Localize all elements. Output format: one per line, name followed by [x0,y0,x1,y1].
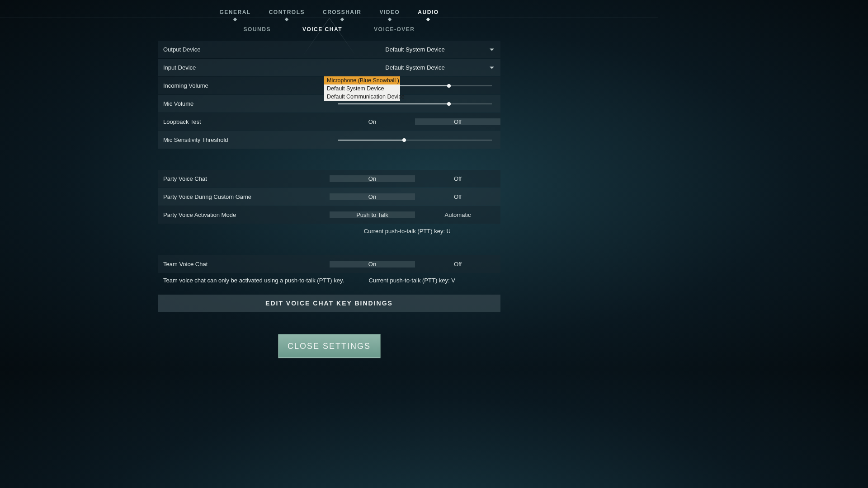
party-activation-auto[interactable]: Automatic [415,211,500,218]
team-voice-on[interactable]: On [330,261,415,267]
close-settings-button[interactable]: CLOSE SETTINGS [278,334,380,358]
output-device-label: Output Device [158,46,330,53]
settings-panel: Output Device Default System Device Inpu… [158,41,500,358]
tab-general[interactable]: GENERAL [219,9,250,15]
chevron-down-icon [490,48,494,51]
row-loopback: Loopback Test On Off [158,113,500,131]
chevron-down-icon [490,66,494,69]
mic-sensitivity-label: Mic Sensitivity Threshold [158,136,330,143]
mic-volume-slider[interactable] [338,103,492,104]
output-device-value: Default System Device [330,46,500,53]
edit-key-bindings-button[interactable]: EDIT VOICE CHAT KEY BINDINGS [158,295,500,312]
input-device-value: Default System Device [330,64,500,71]
team-voice-hints: Team voice chat can only be activated us… [158,273,500,286]
team-hint-right: Current push-to-talk (PTT) key: V [369,277,455,284]
mic-volume-label: Mic Volume [158,100,330,107]
tab-crosshair[interactable]: CROSSHAIR [323,9,362,15]
slider-thumb[interactable] [402,138,406,142]
row-input-device: Input Device Default System Device Micro… [158,59,500,76]
loopback-label: Loopback Test [158,118,330,125]
row-team-voice: Team Voice Chat On Off [158,255,500,273]
subtab-voice-over[interactable]: VOICE-OVER [374,26,415,33]
row-party-custom: Party Voice During Custom Game On Off [158,188,500,206]
tab-controls[interactable]: CONTROLS [269,9,305,15]
loopback-off[interactable]: Off [415,118,500,125]
tab-audio[interactable]: AUDIO [418,9,439,15]
party-voice-off[interactable]: Off [415,175,500,182]
subtab-voice-chat[interactable]: VOICE CHAT [302,26,342,33]
output-device-dropdown[interactable]: Default System Device [330,41,500,58]
team-hint-left: Team voice chat can only be activated us… [163,277,344,284]
party-custom-label: Party Voice During Custom Game [158,193,330,200]
input-device-dropdown[interactable]: Default System Device Microphone (Blue S… [330,59,500,76]
row-mic-sensitivity: Mic Sensitivity Threshold [158,131,500,149]
party-custom-off[interactable]: Off [415,193,500,200]
row-party-voice: Party Voice Chat On Off [158,170,500,188]
party-voice-on[interactable]: On [330,175,415,182]
party-custom-on[interactable]: On [330,193,415,200]
sub-tabs: SOUNDS VOICE CHAT VOICE-OVER [0,18,658,41]
dropdown-option-default-comm[interactable]: Default Communication Device [324,93,400,101]
tab-video[interactable]: VIDEO [380,9,400,15]
team-voice-off[interactable]: Off [415,261,500,267]
input-device-dropdown-list: Microphone (Blue Snowball ) Default Syst… [324,76,400,101]
dropdown-option-default-system[interactable]: Default System Device [324,84,400,93]
incoming-volume-label: Incoming Volume [158,82,330,89]
party-activation-label: Party Voice Activation Mode [158,211,330,218]
team-voice-label: Team Voice Chat [158,261,330,267]
party-ptt-hint: Current push-to-talk (PTT) key: U [158,224,500,236]
input-device-label: Input Device [158,64,330,71]
mic-sensitivity-slider[interactable] [338,140,492,141]
dropdown-option-blue-snowball[interactable]: Microphone (Blue Snowball ) [324,76,400,84]
subtab-sounds[interactable]: SOUNDS [244,26,271,33]
main-tabs: GENERAL CONTROLS CROSSHAIR VIDEO AUDIO [0,0,658,18]
slider-thumb[interactable] [447,84,451,88]
row-party-activation: Party Voice Activation Mode Push to Talk… [158,206,500,224]
row-output-device: Output Device Default System Device [158,41,500,58]
loopback-on[interactable]: On [330,118,415,125]
slider-thumb[interactable] [447,102,451,106]
party-voice-label: Party Voice Chat [158,175,330,182]
party-activation-ptt[interactable]: Push to Talk [330,211,415,218]
